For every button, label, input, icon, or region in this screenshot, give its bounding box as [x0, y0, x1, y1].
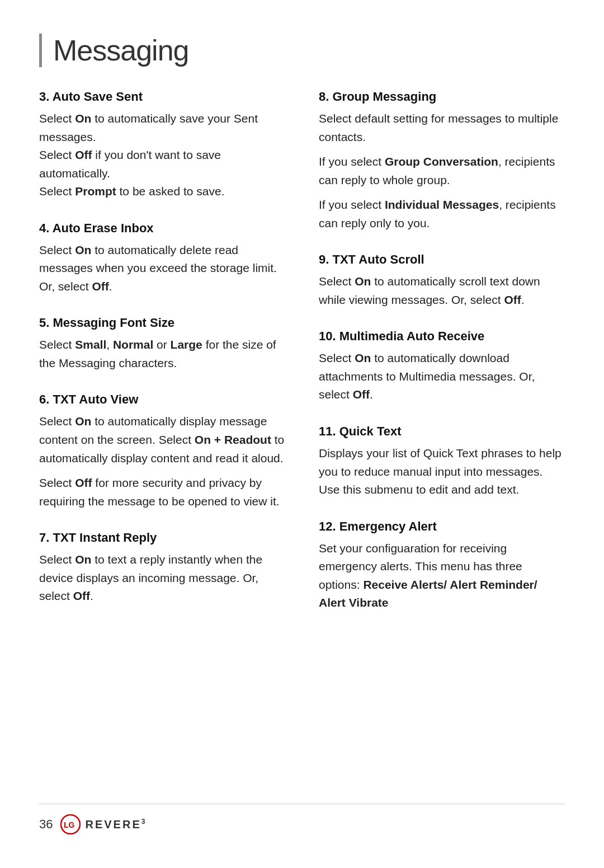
- section-auto-save-sent: 3. Auto Save Sent Select On to automatic…: [39, 90, 285, 201]
- section-txt-auto-view: 6. TXT Auto View Select On to automatica…: [39, 392, 285, 510]
- section-quick-text: 11. Quick Text Displays your list of Qui…: [319, 424, 565, 499]
- section-body-txt-auto-scroll: Select On to automatically scroll text d…: [319, 273, 565, 309]
- lg-logo-icon: LG: [60, 814, 81, 834]
- section-emergency-alert: 12. Emergency Alert Set your configuarat…: [319, 519, 565, 612]
- section-txt-instant-reply: 7. TXT Instant Reply Select On to text a…: [39, 531, 285, 606]
- section-body-auto-erase-inbox: Select On to automatically delete read m…: [39, 241, 285, 296]
- section-body-group-messaging-2: If you select Group Conversation, recipi…: [319, 153, 565, 189]
- section-body-quick-text: Displays your list of Quick Text phrases…: [319, 444, 565, 499]
- section-body-txt-auto-view-2: Select Off for more security and privacy…: [39, 474, 285, 510]
- section-title-txt-auto-scroll: 9. TXT Auto Scroll: [319, 252, 565, 267]
- section-title-messaging-font-size: 5. Messaging Font Size: [39, 316, 285, 330]
- section-body-txt-instant-reply: Select On to text a reply instantly when…: [39, 551, 285, 606]
- section-title-auto-erase-inbox: 4. Auto Erase Inbox: [39, 221, 285, 236]
- footer-brand-superscript: 3: [141, 818, 147, 825]
- section-body-emergency-alert: Set your configuaration for receiving em…: [319, 539, 565, 612]
- page-container: Messaging 3. Auto Save Sent Select On to…: [0, 0, 604, 868]
- section-body-messaging-font-size: Select Small, Normal or Large for the si…: [39, 336, 285, 372]
- left-column: 3. Auto Save Sent Select On to automatic…: [39, 90, 285, 804]
- page-header: Messaging: [39, 34, 565, 67]
- page-footer: 36 LG REVERE3: [39, 804, 565, 834]
- section-title-quick-text: 11. Quick Text: [319, 424, 565, 439]
- section-txt-auto-scroll: 9. TXT Auto Scroll Select On to automati…: [319, 252, 565, 309]
- section-messaging-font-size: 5. Messaging Font Size Select Small, Nor…: [39, 316, 285, 372]
- page-title: Messaging: [53, 34, 188, 67]
- section-title-txt-auto-view: 6. TXT Auto View: [39, 392, 285, 407]
- section-auto-erase-inbox: 4. Auto Erase Inbox Select On to automat…: [39, 221, 285, 296]
- section-multimedia-auto-receive: 10. Multimedia Auto Receive Select On to…: [319, 329, 565, 404]
- footer-logo: LG REVERE3: [60, 814, 147, 834]
- section-body-multimedia-auto-receive: Select On to automatically download atta…: [319, 349, 565, 404]
- section-title-emergency-alert: 12. Emergency Alert: [319, 519, 565, 534]
- section-group-messaging: 8. Group Messaging Select default settin…: [319, 90, 565, 232]
- section-body-group-messaging-1: Select default setting for messages to m…: [319, 110, 565, 146]
- content-columns: 3. Auto Save Sent Select On to automatic…: [39, 90, 565, 804]
- svg-text:LG: LG: [64, 820, 75, 829]
- section-title-group-messaging: 8. Group Messaging: [319, 90, 565, 104]
- section-body-txt-auto-view-1: Select On to automatically display messa…: [39, 412, 285, 467]
- section-title-auto-save-sent: 3. Auto Save Sent: [39, 90, 285, 104]
- footer-page-number: 36: [39, 817, 53, 832]
- section-body-group-messaging-3: If you select Individual Messages, recip…: [319, 196, 565, 232]
- right-column: 8. Group Messaging Select default settin…: [319, 90, 565, 804]
- footer-brand-text: REVERE3: [85, 818, 147, 831]
- section-title-txt-instant-reply: 7. TXT Instant Reply: [39, 531, 285, 545]
- section-body-auto-save-sent: Select On to automatically save your Sen…: [39, 110, 285, 201]
- section-title-multimedia-auto-receive: 10. Multimedia Auto Receive: [319, 329, 565, 344]
